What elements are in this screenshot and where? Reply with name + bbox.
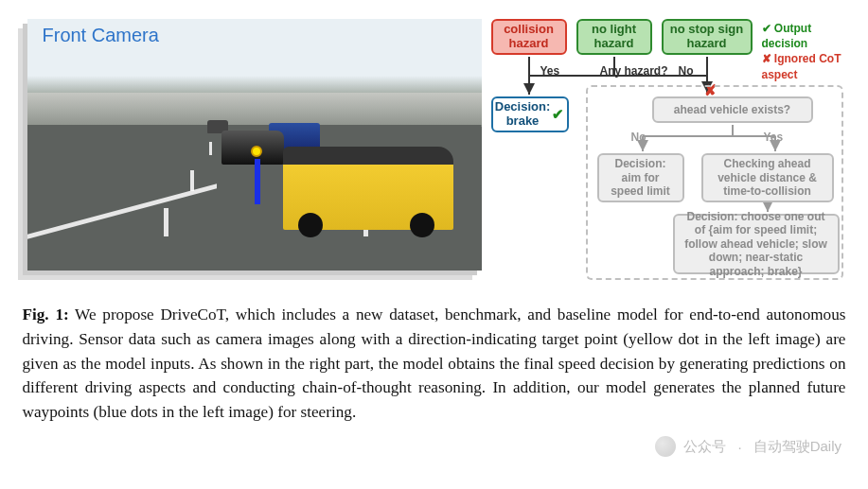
check-icon: ✔ xyxy=(552,106,564,122)
check-distance-node: Checking ahead vehicle distance & time-t… xyxy=(701,153,834,202)
edge-label-yes: Yes xyxy=(540,64,560,78)
highway-barrier xyxy=(27,93,482,127)
watermark-prefix: 公众号 xyxy=(683,438,726,456)
target-point-yellow-dot xyxy=(251,146,262,157)
figure-label: Fig. 1: xyxy=(23,306,69,323)
flow-legend: ✔ Output decision ✘ Ignored CoT aspect xyxy=(762,21,851,82)
legend-ignored-aspect: ✘ Ignored CoT aspect xyxy=(762,51,851,81)
lane-marking xyxy=(164,208,168,236)
edge-label-yes-grey: Yes xyxy=(764,131,784,144)
edge-label-no: No xyxy=(679,64,694,78)
caption-text: We propose DriveCoT, which includes a ne… xyxy=(23,306,846,421)
decision-choose-node: Decision: choose one out of {aim for spe… xyxy=(673,214,840,274)
watermark-name: 自动驾驶Daily xyxy=(753,438,841,456)
hazard-collision-node: collision hazard xyxy=(491,19,567,55)
any-hazard-label: Any hazard? xyxy=(600,64,668,78)
watermark-sep: · xyxy=(737,439,741,455)
camera-frame: Front Camera xyxy=(27,19,482,271)
lane-marking xyxy=(209,142,212,155)
yellow-taxi xyxy=(283,147,453,230)
figure-row: Front Camera xyxy=(18,19,851,282)
hazard-stopsign-node: no stop sign hazard xyxy=(662,19,753,55)
decision-aim-node: Decision: aim for speed limit xyxy=(597,153,684,202)
flowchart: collision hazard no light hazard no stop… xyxy=(491,19,851,282)
wechat-icon xyxy=(655,436,676,457)
legend-output-decision: ✔ Output decision xyxy=(762,21,851,51)
decision-brake-node: Decision: brake ✔ xyxy=(491,96,569,132)
waypoints-blue-dots xyxy=(255,159,260,204)
figure-caption: Fig. 1: We propose DriveCoT, which inclu… xyxy=(23,303,846,425)
front-camera-image: Front Camera xyxy=(18,19,482,282)
camera-label: Front Camera xyxy=(43,25,159,46)
edge-label-no-grey: No xyxy=(631,131,647,144)
hazard-light-node: no light hazard xyxy=(576,19,652,55)
ahead-vehicle-node: ahead vehicle exists? xyxy=(652,96,813,123)
decision-brake-text: Decision: brake xyxy=(495,100,551,129)
lane-marking xyxy=(190,170,194,191)
watermark: 公众号 · 自动驾驶Daily xyxy=(655,436,841,457)
